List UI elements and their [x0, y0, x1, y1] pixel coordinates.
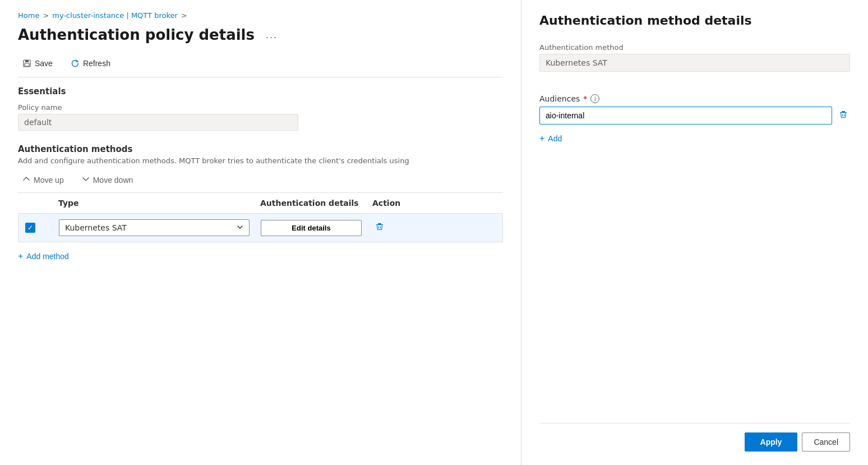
row-type-cell: Kubernetes SAT: [59, 219, 261, 236]
refresh-button[interactable]: Refresh: [66, 57, 115, 70]
auth-method-field: Authentication method Kubernetes SAT: [539, 43, 850, 83]
save-icon: [22, 59, 31, 68]
add-audience-plus-icon: +: [539, 133, 544, 144]
essentials-section: Essentials Policy name default: [18, 86, 503, 131]
refresh-label: Refresh: [83, 59, 110, 68]
save-button[interactable]: Save: [18, 57, 57, 70]
refresh-icon: [71, 59, 80, 68]
move-down-label: Move down: [93, 176, 133, 185]
row-checkbox[interactable]: ✓: [25, 223, 35, 233]
delete-audience-button[interactable]: [837, 108, 850, 123]
move-up-button[interactable]: Move up: [18, 173, 68, 187]
add-audience-button[interactable]: + Add: [539, 131, 562, 146]
row-auth-details-cell: Edit details: [261, 220, 373, 236]
auth-method-label: Authentication method: [539, 43, 850, 52]
breadcrumb-sep1: >: [43, 11, 49, 20]
col-action-header: Action: [372, 199, 428, 208]
move-down-button[interactable]: Move down: [77, 173, 138, 187]
audiences-field: Audiences * i + Add: [539, 94, 850, 146]
more-options-button[interactable]: ...: [261, 27, 282, 43]
move-up-icon: [22, 175, 30, 185]
svg-rect-7: [842, 111, 845, 112]
row-action-cell: [373, 220, 429, 236]
checkbox-check-icon: ✓: [27, 224, 33, 232]
right-spacer: [539, 146, 850, 423]
table-row: ✓ Kubernetes SAT Edit details: [18, 213, 503, 242]
auth-method-value: Kubernetes SAT: [539, 54, 850, 72]
right-panel: Authentication method details Authentica…: [521, 0, 868, 465]
row-checkbox-cell[interactable]: ✓: [25, 223, 59, 233]
page-title-row: Authentication policy details ...: [18, 26, 503, 43]
left-panel: Home > my-cluster-instance | MQTT broker…: [0, 0, 521, 465]
svg-rect-2: [25, 63, 29, 66]
add-method-button[interactable]: + Add method: [18, 247, 69, 266]
type-select-value: Kubernetes SAT: [65, 223, 127, 232]
delete-row-button[interactable]: [373, 220, 386, 236]
apply-button[interactable]: Apply: [745, 432, 798, 452]
col-checkbox-header: [25, 199, 58, 208]
policy-name-label: Policy name: [18, 103, 503, 112]
edit-details-button[interactable]: Edit details: [261, 220, 362, 236]
auth-methods-title: Authentication methods: [18, 144, 503, 154]
plus-icon: +: [18, 251, 23, 261]
toolbar: Save Refresh: [18, 57, 503, 77]
audiences-input[interactable]: [539, 107, 832, 125]
right-footer: Apply Cancel: [539, 423, 850, 452]
move-down-icon: [82, 175, 90, 185]
save-label: Save: [35, 59, 53, 68]
essentials-title: Essentials: [18, 86, 503, 96]
auth-methods-section: Authentication methods Add and configure…: [18, 144, 503, 266]
right-panel-title: Authentication method details: [539, 13, 850, 27]
move-up-label: Move up: [34, 176, 64, 185]
table-header: Type Authentication details Action: [18, 193, 503, 213]
audiences-label: Audiences: [539, 94, 580, 103]
audiences-input-row: [539, 107, 850, 125]
breadcrumb-cluster[interactable]: my-cluster-instance | MQTT broker: [52, 11, 178, 20]
add-audience-label: Add: [548, 134, 562, 143]
page-title: Authentication policy details: [18, 26, 255, 43]
cancel-button[interactable]: Cancel: [802, 432, 850, 452]
breadcrumb-sep2: >: [181, 11, 187, 20]
chevron-down-icon: [237, 223, 243, 232]
svg-rect-1: [25, 60, 29, 62]
policy-name-value: default: [18, 114, 298, 131]
audiences-label-row: Audiences * i: [539, 94, 850, 103]
audiences-info-icon[interactable]: i: [590, 94, 599, 103]
move-toolbar: Move up Move down: [18, 173, 503, 193]
type-select[interactable]: Kubernetes SAT: [59, 219, 250, 236]
col-auth-details-header: Authentication details: [260, 199, 372, 208]
auth-methods-desc: Add and configure authentication methods…: [18, 156, 503, 165]
audiences-required-star: *: [583, 94, 587, 103]
col-type-header: Type: [58, 199, 260, 208]
breadcrumb: Home > my-cluster-instance | MQTT broker…: [18, 11, 503, 20]
breadcrumb-home[interactable]: Home: [18, 11, 39, 20]
svg-rect-3: [378, 223, 381, 224]
add-method-label: Add method: [26, 252, 69, 261]
